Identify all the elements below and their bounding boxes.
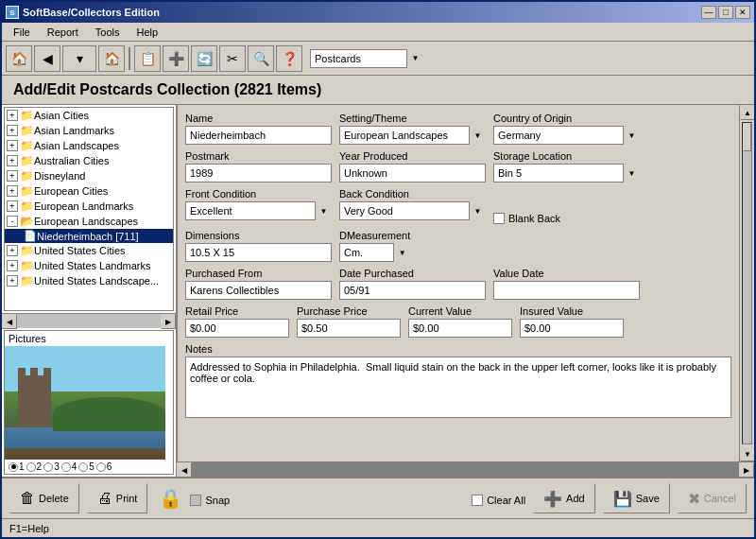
cancel-button[interactable]: ✖ Cancel <box>678 483 747 513</box>
radio-5[interactable]: 5 <box>78 461 94 472</box>
tree-item-asian-cities[interactable]: + 📁 Asian Cities <box>5 108 173 123</box>
tree-item-us-landscapes[interactable]: + 📁 United States Landscape... <box>5 273 173 288</box>
radio-circle-2[interactable] <box>26 462 36 472</box>
current-value-input[interactable] <box>408 319 512 338</box>
action-bar: 🗑 Delete 🖨 Print 🔒 Snap Clear All ➕ Add … <box>2 477 754 518</box>
print-button[interactable]: 🖨 Print <box>87 483 148 513</box>
expand-us-landscapes[interactable]: + <box>7 275 18 287</box>
insured-value-input[interactable] <box>520 319 624 338</box>
radio-circle-3[interactable] <box>43 462 53 472</box>
tree-item-asian-landscapes[interactable]: + 📁 Asian Landscapes <box>5 138 173 153</box>
menu-report[interactable]: Report <box>40 25 86 40</box>
form-group-purchase-price: Purchase Price <box>297 305 401 338</box>
hscroll-track[interactable] <box>192 462 739 477</box>
radio-4[interactable]: 4 <box>61 461 77 472</box>
toolbar-dropdown-button[interactable]: ▾ <box>62 45 96 72</box>
expand-european-landmarks[interactable]: + <box>7 200 18 212</box>
save-button[interactable]: 💾 Save <box>603 483 670 513</box>
radio-circle-1[interactable] <box>9 462 18 472</box>
maximize-button[interactable]: □ <box>718 6 733 19</box>
radio-1[interactable]: 1 <box>9 461 25 472</box>
toolbar-back-button[interactable]: ◀ <box>34 45 60 72</box>
tree-container[interactable]: + 📁 Asian Cities + 📁 Asian Landmarks + 📁… <box>4 107 174 311</box>
year-input[interactable] <box>339 164 486 183</box>
form-group-name: Name <box>185 113 332 145</box>
setting-select[interactable]: European Landscapes <box>339 126 486 145</box>
pictures-box <box>5 346 165 460</box>
retail-price-input[interactable] <box>185 319 289 338</box>
toolbar-forward-button[interactable]: 🏠 <box>98 45 125 72</box>
form-group-dmeasurement: DMeasurement Cm. ▼ <box>339 230 410 262</box>
app-icon: S <box>6 6 19 19</box>
minimize-button[interactable]: — <box>701 6 716 19</box>
toolbar-btn-6[interactable]: 🔍 <box>248 45 274 72</box>
close-button[interactable]: ✕ <box>735 6 750 19</box>
radio-circle-4[interactable] <box>61 462 71 472</box>
vscroll-track[interactable] <box>742 122 752 444</box>
menu-file[interactable]: File <box>6 25 38 40</box>
tree-item-asian-landmarks[interactable]: + 📁 Asian Landmarks <box>5 123 173 138</box>
dimensions-input[interactable] <box>185 243 332 262</box>
purchased-from-label: Purchased From <box>185 268 332 279</box>
expand-asian-cities[interactable]: + <box>7 110 18 121</box>
dmeasurement-select[interactable]: Cm. <box>339 243 405 262</box>
expand-australian-cities[interactable]: + <box>7 155 18 166</box>
radio-3[interactable]: 3 <box>43 461 60 472</box>
toolbar-btn-3[interactable]: ➕ <box>163 45 189 72</box>
toolbar-btn-7[interactable]: ❓ <box>276 45 302 72</box>
expand-european-landscapes[interactable]: - <box>7 216 18 227</box>
country-select[interactable]: Germany <box>493 126 640 145</box>
back-condition-select[interactable]: Very Good <box>339 201 486 220</box>
menu-tools[interactable]: Tools <box>88 25 128 40</box>
tree-scroll-right[interactable]: ▶ <box>161 314 176 329</box>
vscroll-down-arrow[interactable]: ▼ <box>740 446 754 461</box>
tree-item-european-cities[interactable]: + 📁 European Cities <box>5 183 173 199</box>
radio-2[interactable]: 2 <box>26 461 43 472</box>
tree-scroll-left[interactable]: ◀ <box>2 314 17 329</box>
tree-item-us-cities[interactable]: + 📁 United States Cities <box>5 243 173 258</box>
toolbar-btn-5[interactable]: ✂ <box>219 45 246 72</box>
expand-us-landmarks[interactable]: + <box>7 260 18 271</box>
radio-circle-5[interactable] <box>78 462 88 472</box>
add-button[interactable]: ➕ Add <box>533 483 595 513</box>
radio-6[interactable]: 6 <box>96 461 112 472</box>
tree-scroll-track-h[interactable] <box>17 314 161 328</box>
delete-button[interactable]: 🗑 Delete <box>9 483 79 513</box>
toolbar-btn-2[interactable]: 📋 <box>134 45 161 72</box>
storage-label: Storage Location <box>493 150 640 162</box>
tree-item-australian-cities[interactable]: + 📁 Australian Cities <box>5 153 173 168</box>
tree-item-disneyland[interactable]: + 📁 Disneyland <box>5 168 173 183</box>
toolbar-category-select[interactable]: Postcards <box>310 49 423 68</box>
vscroll-thumb[interactable] <box>743 123 751 151</box>
hscroll-right-arrow[interactable]: ▶ <box>739 462 754 477</box>
postmark-input[interactable] <box>185 164 332 183</box>
radio-circle-6[interactable] <box>96 462 106 472</box>
hscroll-left-arrow[interactable]: ◀ <box>177 462 192 477</box>
toolbar-home-button[interactable]: 🏠 <box>6 45 32 72</box>
value-date-input[interactable] <box>493 281 640 300</box>
storage-select[interactable]: Bin 5 <box>493 164 640 183</box>
front-condition-select[interactable]: Excellent <box>185 201 332 220</box>
purchase-price-input[interactable] <box>297 319 401 338</box>
country-label: Country of Origin <box>493 113 640 124</box>
expand-asian-landscapes[interactable]: + <box>7 140 18 151</box>
snap-checkbox[interactable] <box>190 495 201 506</box>
expand-us-cities[interactable]: + <box>7 245 18 256</box>
toolbar-btn-4[interactable]: 🔄 <box>191 45 217 72</box>
vscroll-up-arrow[interactable]: ▲ <box>740 105 754 120</box>
menu-help[interactable]: Help <box>129 25 165 40</box>
blank-back-checkbox[interactable] <box>493 213 505 224</box>
clear-all-checkbox[interactable] <box>472 495 483 506</box>
blank-back-label: Blank Back <box>508 213 560 224</box>
tree-item-niederheimbach[interactable]: 📄 Niederheimbach [711] <box>5 229 173 243</box>
expand-asian-landmarks[interactable]: + <box>7 125 18 136</box>
name-input[interactable] <box>185 126 332 145</box>
tree-item-us-landmarks[interactable]: + 📁 United States Landmarks <box>5 258 173 273</box>
tree-item-european-landscapes[interactable]: - 📂 European Landscapes <box>5 214 173 229</box>
purchased-from-input[interactable] <box>185 281 332 300</box>
date-purchased-input[interactable] <box>339 281 486 300</box>
notes-textarea[interactable]: Addressed to Sophia in Philadelphia. Sma… <box>185 356 731 418</box>
expand-disneyland[interactable]: + <box>7 170 18 182</box>
expand-european-cities[interactable]: + <box>7 185 18 197</box>
tree-item-european-landmarks[interactable]: + 📁 European Landmarks <box>5 199 173 214</box>
